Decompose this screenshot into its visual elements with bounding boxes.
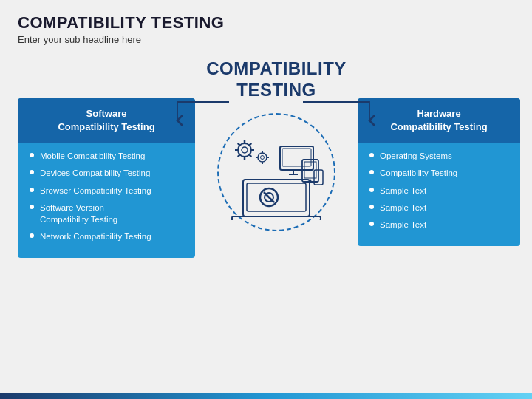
list-item: Mobile Compatibility Testing <box>30 150 188 162</box>
bullet-text: Sample Text <box>380 185 426 197</box>
right-card-body: Operating Systems Compatibility Testing … <box>358 143 520 245</box>
center-icon-circle <box>217 113 335 231</box>
bullet-text: Devices Compatibility Testing <box>40 167 150 179</box>
left-card-header-text: SoftwareCompatibility Testing <box>28 107 185 134</box>
list-item: Compatibility Testing <box>369 167 513 179</box>
bullet-dot <box>369 153 374 157</box>
main-title: COMPATIBILITY TESTING <box>18 13 514 33</box>
bullet-dot <box>30 170 34 174</box>
list-item: Network Compatibility Testing <box>30 231 188 242</box>
bullet-text: Mobile Compatibility Testing <box>40 150 145 162</box>
bullet-dot <box>30 205 34 209</box>
svg-point-24 <box>258 153 267 162</box>
bullet-text: Operating Systems <box>380 150 452 162</box>
bullet-text: Sample Text <box>380 202 426 214</box>
left-card-body: Mobile Compatibility Testing Devices Com… <box>18 143 195 258</box>
bullet-dot <box>369 205 374 209</box>
list-item: Operating Systems <box>369 150 513 162</box>
right-card: HardwareCompatibility Testing Operating … <box>358 98 520 246</box>
center-title: COMPATIBILITY TESTING <box>206 58 347 101</box>
list-item: Browser Compatibility Testing <box>30 185 188 197</box>
list-item: Software VersionCompatibility Testing <box>30 202 188 225</box>
svg-line-21 <box>249 154 251 157</box>
bullet-dot <box>369 170 374 174</box>
left-card-header: SoftwareCompatibility Testing <box>18 98 195 143</box>
right-card-header-text: HardwareCompatibility Testing <box>368 107 510 134</box>
bullet-dot <box>369 222 374 226</box>
bullet-dot <box>30 188 34 192</box>
svg-point-14 <box>238 143 251 157</box>
svg-line-22 <box>249 143 251 145</box>
svg-rect-4 <box>282 149 311 166</box>
svg-point-15 <box>242 147 248 153</box>
list-item: Sample Text <box>369 219 513 231</box>
compatibility-icon <box>228 124 324 220</box>
svg-point-25 <box>261 155 265 159</box>
list-item: Devices Compatibility Testing <box>30 167 188 179</box>
svg-rect-2 <box>232 216 321 220</box>
bullet-text: Compatibility Testing <box>380 167 457 179</box>
bullet-dot <box>30 233 34 238</box>
svg-rect-1 <box>247 183 306 211</box>
bullet-text: Software VersionCompatibility Testing <box>40 202 117 225</box>
right-card-header: HardwareCompatibility Testing <box>358 98 520 143</box>
bullet-dot <box>30 153 34 157</box>
left-card: SoftwareCompatibility Testing Mobile Com… <box>18 98 195 258</box>
bullet-text: Network Compatibility Testing <box>40 231 151 242</box>
list-item: Sample Text <box>369 185 513 197</box>
content-area: SoftwareCompatibility Testing Mobile Com… <box>18 58 514 258</box>
list-item: Sample Text <box>369 202 513 214</box>
bullet-dot <box>369 188 374 192</box>
bottom-bar <box>0 393 532 399</box>
center-title-line2: TESTING <box>236 80 316 100</box>
bullet-text: Sample Text <box>380 219 426 231</box>
svg-line-23 <box>238 154 240 157</box>
slide: COMPATIBILITY TESTING Enter your sub hea… <box>0 0 532 399</box>
svg-line-20 <box>238 143 240 145</box>
svg-point-9 <box>310 179 312 181</box>
sub-headline: Enter your sub headline here <box>18 34 514 45</box>
center-title-line1: COMPATIBILITY <box>206 58 347 78</box>
bullet-text: Browser Compatibility Testing <box>40 185 151 197</box>
center-section: COMPATIBILITY TESTING <box>195 58 358 231</box>
